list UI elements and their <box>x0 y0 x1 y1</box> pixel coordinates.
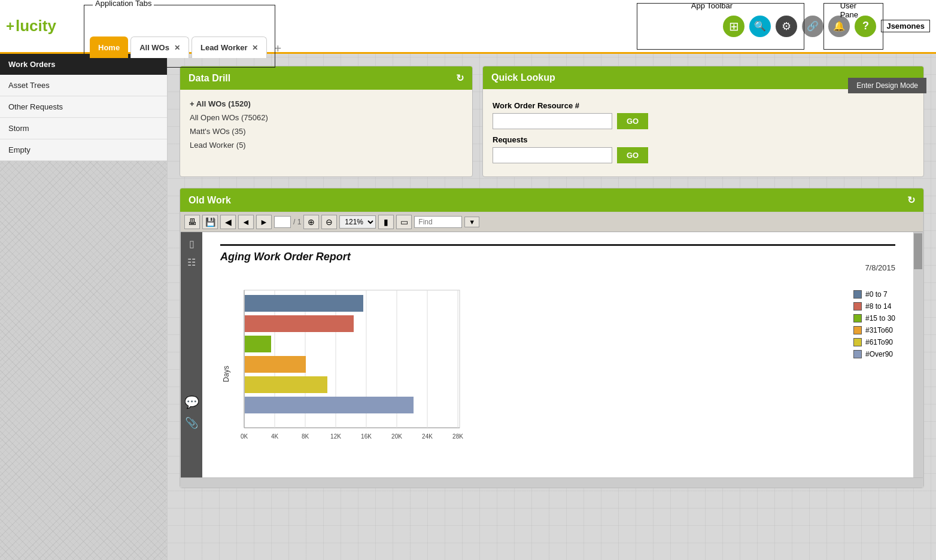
print-button[interactable]: 🖶 <box>184 215 200 229</box>
header: Application Tabs + lucity Home All WOs ✕… <box>0 0 936 54</box>
drill-item-lead-worker[interactable]: Lead Worker (5) <box>190 138 463 152</box>
old-work-title: Old Work <box>189 195 231 206</box>
drill-item-matts-wos[interactable]: Matt's WOs (35) <box>190 124 463 138</box>
bar-31to60 <box>245 356 306 373</box>
drill-all-open-wos-label: All Open WOs (75062) <box>190 113 268 122</box>
wo-resource-label: Work Order Resource # <box>493 101 914 110</box>
svg-text:24K: 24K <box>422 433 433 440</box>
svg-text:12K: 12K <box>330 433 341 440</box>
link-icon[interactable]: 🔗 <box>802 16 823 37</box>
comment-icon[interactable]: 💬 <box>184 395 199 409</box>
legend-label-0to7: #0 to 7 <box>865 290 888 299</box>
sidebar-item-empty[interactable]: Empty <box>0 139 167 161</box>
data-drill-refresh-icon[interactable]: ↻ <box>456 72 464 84</box>
design-mode-button[interactable]: Enter Design Mode <box>848 78 926 93</box>
save-button[interactable]: 💾 <box>202 215 218 229</box>
svg-text:0K: 0K <box>241 433 248 440</box>
requests-input[interactable] <box>493 147 612 163</box>
content-area: Data Drill ↻ + All WOs (1520) All Open W… <box>168 54 936 560</box>
quick-lookup-body: Work Order Resource # GO Requests GO <box>483 89 923 176</box>
legend-item-31to60: #31To60 <box>853 326 895 334</box>
bar-0to7 <box>245 295 363 312</box>
wo-resource-input[interactable] <box>493 113 612 129</box>
legend-color-0to7 <box>853 290 862 299</box>
fit-width-button[interactable]: ▭ <box>396 215 412 229</box>
zoom-in-button[interactable]: ⊕ <box>303 215 319 229</box>
user-pane[interactable]: Jsemones <box>881 20 930 32</box>
search-icon[interactable]: 🔍 <box>749 16 771 37</box>
sidebar-title: Work Orders <box>8 60 56 69</box>
find-input[interactable] <box>414 216 462 228</box>
legend-color-61to90 <box>853 338 862 346</box>
scrollbar-thumb[interactable] <box>914 233 922 269</box>
tab-lead-worker[interactable]: Lead Worker ✕ <box>192 36 268 58</box>
legend-label-15to30: #15 to 30 <box>865 314 895 322</box>
bar-8to14 <box>245 315 354 332</box>
grid-icon[interactable]: ⊞ <box>723 16 744 37</box>
svg-text:4K: 4K <box>271 433 279 440</box>
zoom-icon[interactable]: ☷ <box>187 257 196 268</box>
next-button[interactable]: ► <box>256 215 272 229</box>
horizontal-scrollbar[interactable] <box>181 477 923 487</box>
legend-item-0to7: #0 to 7 <box>853 290 895 299</box>
bar-chart: Days <box>220 284 496 452</box>
fit-page-button[interactable]: ▮ <box>378 215 394 229</box>
data-drill-title: Data Drill <box>189 73 230 84</box>
sidebar-item-other-requests[interactable]: Other Requests <box>0 96 167 118</box>
data-drill-header: Data Drill ↻ <box>180 66 472 90</box>
report-left-icons: ▯ ☷ 💬 📎 <box>181 232 202 477</box>
report-title-line <box>220 244 895 246</box>
settings-icon[interactable]: ⚙ <box>776 16 797 37</box>
bar-over90 <box>245 397 414 413</box>
main-layout: Work Orders Asset Trees Other Requests S… <box>0 54 936 560</box>
sidebar-item-asset-trees[interactable]: Asset Trees <box>0 75 167 96</box>
requests-label: Requests <box>493 135 914 144</box>
zoom-out-button[interactable]: ⊖ <box>321 215 337 229</box>
drill-matts-wos-label: Matt's WOs (35) <box>190 127 246 136</box>
tab-home[interactable]: Home <box>90 36 128 58</box>
wo-resource-go-button[interactable]: GO <box>617 113 648 129</box>
data-drill-body: + All WOs (1520) All Open WOs (75062) Ma… <box>180 90 472 159</box>
tab-all-wos[interactable]: All WOs ✕ <box>130 36 189 58</box>
legend-item-over90: #Over90 <box>853 350 895 358</box>
report-scrollbar[interactable] <box>913 232 923 477</box>
requests-go-button[interactable]: GO <box>617 147 648 163</box>
report-date: 7/8/2015 <box>220 263 895 272</box>
chart-legend: #0 to 7 #8 to 14 #15 to 30 <box>853 290 895 454</box>
help-icon[interactable]: ? <box>855 16 876 37</box>
drill-item-all-wos[interactable]: + All WOs (1520) <box>190 97 463 111</box>
report-body: ▯ ☷ 💬 📎 Aging Work Order Report 7/8/2015 <box>181 232 923 477</box>
logo[interactable]: + lucity <box>6 17 78 35</box>
old-work-widget: Old Work ↻ 🖶 💾 ◀ ◄ ► 1 / 1 ⊕ ⊖ 121% <box>180 188 924 488</box>
legend-color-over90 <box>853 350 862 358</box>
prev-button[interactable]: ◄ <box>238 215 254 229</box>
old-work-refresh-icon[interactable]: ↻ <box>907 194 915 206</box>
zoom-select[interactable]: 121% <box>339 215 376 229</box>
tab-all-wos-label: All WOs <box>139 43 169 52</box>
copy-icon[interactable]: ▯ <box>189 238 195 249</box>
drill-item-all-open-wos[interactable]: All Open WOs (75062) <box>190 111 463 124</box>
back-button[interactable]: ◀ <box>220 215 236 229</box>
add-tab-button[interactable]: + <box>269 39 286 58</box>
drill-add-icon: + <box>190 99 196 108</box>
legend-label-8to14: #8 to 14 <box>865 302 891 311</box>
logo-plus: + <box>6 18 14 35</box>
find-button[interactable]: ▼ <box>464 217 479 227</box>
bar-61to90 <box>245 376 327 393</box>
attachment-icon[interactable]: 📎 <box>185 416 198 430</box>
page-input[interactable]: 1 <box>274 216 291 228</box>
bell-icon[interactable]: 🔔 <box>828 16 850 37</box>
sidebar: Work Orders Asset Trees Other Requests S… <box>0 54 168 560</box>
svg-text:28K: 28K <box>452 433 463 440</box>
top-row: Data Drill ↻ + All WOs (1520) All Open W… <box>180 66 924 177</box>
svg-text:Days: Days <box>222 366 230 382</box>
report-title: Aging Work Order Report <box>220 251 895 263</box>
sidebar-item-storm[interactable]: Storm <box>0 118 167 139</box>
svg-text:16K: 16K <box>361 433 372 440</box>
svg-text:20K: 20K <box>391 433 402 440</box>
sidebar-item-asset-trees-label: Asset Trees <box>8 81 50 90</box>
legend-item-15to30: #15 to 30 <box>853 314 895 322</box>
tab-lead-worker-close[interactable]: ✕ <box>252 44 258 52</box>
tab-all-wos-close[interactable]: ✕ <box>174 44 180 52</box>
sidebar-item-storm-label: Storm <box>8 124 29 133</box>
